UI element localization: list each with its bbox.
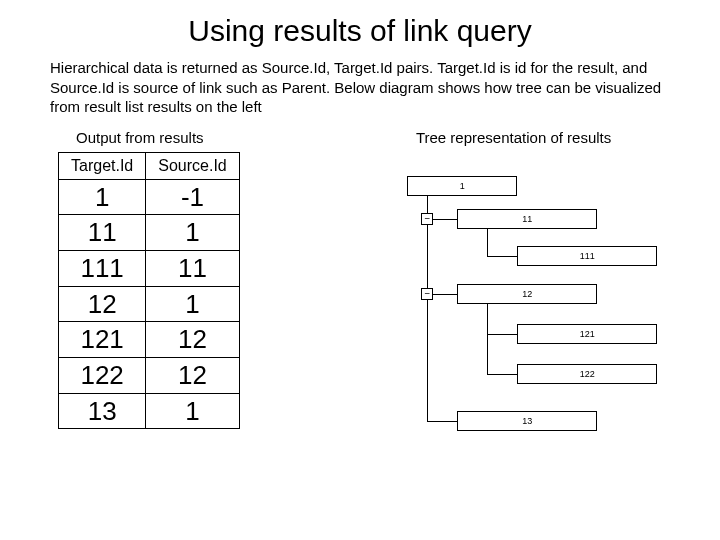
cell-target: 122: [59, 357, 146, 393]
tree-line: [427, 196, 428, 421]
tree-line: [487, 256, 517, 257]
table-row: 13 1: [59, 393, 240, 429]
tree-node: 121: [517, 324, 657, 344]
tree-node: 12: [457, 284, 597, 304]
tree-node: 1: [407, 176, 517, 196]
cell-source: 12: [146, 357, 239, 393]
tree-toggle-icon[interactable]: −: [421, 213, 433, 225]
table-row: 111 11: [59, 250, 240, 286]
table-row: 1 -1: [59, 179, 240, 215]
tree-line: [433, 219, 457, 220]
tree-node: 111: [517, 246, 657, 266]
tree-line: [427, 421, 457, 422]
cell-source: 12: [146, 322, 239, 358]
cell-source: 1: [146, 215, 239, 251]
tree-toggle-icon[interactable]: −: [421, 288, 433, 300]
tree-subtitle: Tree representation of results: [347, 129, 680, 146]
tree-node: 122: [517, 364, 657, 384]
page-title: Using results of link query: [0, 14, 720, 48]
tree-diagram: 1 − 11 111 − 12 121: [347, 156, 680, 456]
table-row: 11 1: [59, 215, 240, 251]
tree-line: [487, 304, 488, 374]
cell-target: 13: [59, 393, 146, 429]
cell-target: 11: [59, 215, 146, 251]
tree-line: [487, 334, 517, 335]
tree-line: [487, 229, 488, 256]
tree-line: [433, 294, 457, 295]
cell-source: 1: [146, 286, 239, 322]
cell-source: -1: [146, 179, 239, 215]
results-table: Target.Id Source.Id 1 -1 11 1 111 11: [58, 152, 240, 430]
tree-line: [487, 374, 517, 375]
table-row: 121 12: [59, 322, 240, 358]
cell-target: 12: [59, 286, 146, 322]
cell-target: 111: [59, 250, 146, 286]
output-subtitle: Output from results: [76, 129, 347, 146]
cell-source: 11: [146, 250, 239, 286]
tree-node: 13: [457, 411, 597, 431]
table-row: 122 12: [59, 357, 240, 393]
description-paragraph: Hierarchical data is returned as Source.…: [50, 58, 670, 117]
col-header-target: Target.Id: [59, 152, 146, 179]
cell-target: 1: [59, 179, 146, 215]
tree-node: 11: [457, 209, 597, 229]
col-header-source: Source.Id: [146, 152, 239, 179]
cell-target: 121: [59, 322, 146, 358]
cell-source: 1: [146, 393, 239, 429]
table-row: 12 1: [59, 286, 240, 322]
